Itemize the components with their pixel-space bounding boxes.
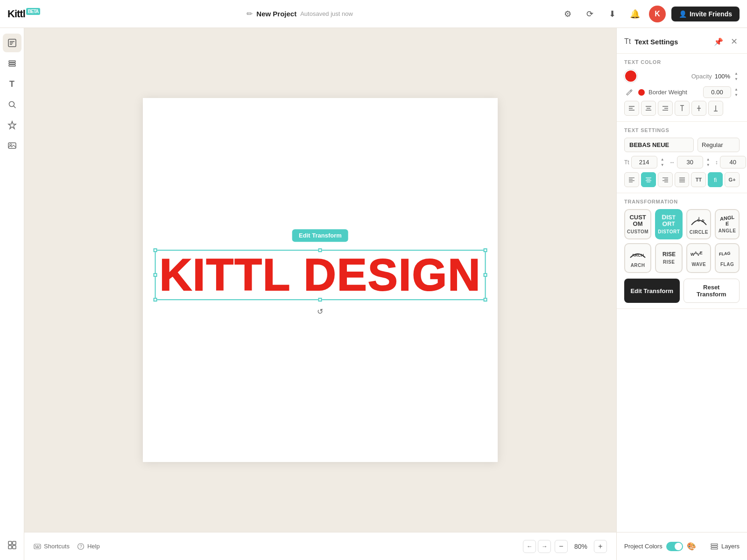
- font-size-input[interactable]: [631, 156, 657, 168]
- download-button[interactable]: ⬇: [604, 6, 621, 22]
- uppercase-btn[interactable]: TT: [691, 172, 706, 187]
- invite-icon: 👤: [679, 10, 687, 18]
- notifications-button[interactable]: 🔔: [627, 6, 643, 22]
- align-bottom-button[interactable]: [708, 101, 723, 116]
- layers-button[interactable]: Layers: [710, 542, 740, 551]
- border-left: Border Weight: [624, 87, 687, 98]
- text-align-right-btn[interactable]: [658, 172, 673, 187]
- handle-middle-left[interactable]: [154, 273, 157, 277]
- transformation-section: TRANSFORMATION CUSTOM CUSTOM DISTORT DIS…: [617, 193, 747, 309]
- color-swatch[interactable]: [624, 70, 637, 83]
- opacity-down[interactable]: ▼: [733, 76, 740, 82]
- rotate-handle[interactable]: ↺: [316, 307, 325, 316]
- share-button[interactable]: ⟳: [582, 6, 599, 22]
- palette-icon[interactable]: 🎨: [687, 542, 696, 551]
- transform-circle-preview: C I R: [690, 214, 708, 228]
- text-icon: T: [9, 79, 14, 89]
- zoom-in-button[interactable]: +: [594, 540, 607, 553]
- opacity-stepper[interactable]: ▲ ▼: [733, 70, 740, 82]
- handle-middle-right[interactable]: [483, 273, 487, 277]
- sidebar-item-grid[interactable]: [3, 536, 21, 554]
- text-align-center-btn[interactable]: [641, 172, 656, 187]
- invite-friends-button[interactable]: 👤 Invite Friends: [671, 7, 740, 21]
- align-center-button[interactable]: [641, 101, 656, 116]
- align-left-button[interactable]: [624, 101, 639, 116]
- glyph-btn[interactable]: G+: [725, 172, 740, 187]
- zoom-forward-button[interactable]: →: [538, 540, 551, 553]
- transform-wave-label: WAVE: [691, 262, 706, 267]
- text-align-left-btn[interactable]: [624, 172, 639, 187]
- transform-custom[interactable]: CUSTOM CUSTOM: [624, 209, 651, 239]
- transform-arch[interactable]: ARCH ARCH: [624, 243, 651, 273]
- handle-bottom-center[interactable]: [318, 298, 322, 301]
- font-row: BEBAS NEUE Regular: [624, 138, 740, 152]
- sidebar-item-text[interactable]: T: [3, 75, 21, 93]
- font-weight-select[interactable]: Regular: [698, 138, 740, 152]
- edit-transform-button[interactable]: Edit Transform: [292, 229, 348, 242]
- project-colors-toggle[interactable]: [666, 542, 683, 551]
- line-height-input[interactable]: [720, 156, 746, 168]
- panel-pin-button[interactable]: 📌: [712, 35, 725, 48]
- align-right-button[interactable]: [658, 101, 673, 116]
- text-align-justify-btn[interactable]: [675, 172, 690, 187]
- handle-top-right[interactable]: [483, 248, 487, 252]
- transform-flag[interactable]: FLAG FLAG: [715, 243, 740, 273]
- border-color-dot[interactable]: [638, 89, 645, 96]
- sidebar-item-edit[interactable]: [3, 34, 21, 52]
- font-family-select[interactable]: BEBAS NEUE: [624, 138, 694, 152]
- font-size-group: Tt ▲ ▼: [624, 156, 666, 168]
- fi-ligature-btn[interactable]: fi: [708, 172, 723, 187]
- sidebar-item-search[interactable]: [3, 95, 21, 114]
- size-row: Tt ▲ ▼ ↔ ▲ ▼ ↕ ▲ ▼: [624, 156, 740, 168]
- help-button[interactable]: ? Help: [77, 543, 100, 550]
- avatar[interactable]: K: [649, 6, 666, 22]
- shortcuts-button[interactable]: Shortcuts: [34, 543, 70, 550]
- transform-circle[interactable]: C I R CIRCLE: [686, 209, 711, 239]
- canvas-text[interactable]: KITTL DESIGN: [160, 252, 481, 297]
- transform-actions: Edit Transform Reset Transform: [624, 279, 740, 303]
- transform-distort[interactable]: DISTORT DISTORT: [655, 209, 683, 239]
- settings-button[interactable]: ⚙: [559, 6, 576, 22]
- zoom-controls: ← → − 80% +: [523, 540, 607, 553]
- font-size-up[interactable]: ▲: [659, 157, 666, 162]
- sidebar-item-photos[interactable]: [3, 136, 21, 155]
- zoom-out-button[interactable]: −: [555, 540, 568, 553]
- logo[interactable]: KittlBETA: [7, 8, 40, 20]
- border-weight-input[interactable]: [703, 86, 731, 98]
- handle-top-left[interactable]: [154, 248, 157, 252]
- align-middle-button[interactable]: [691, 101, 706, 116]
- sidebar-item-layers[interactable]: [3, 54, 21, 73]
- border-stepper[interactable]: ▲ ▼: [733, 87, 740, 98]
- handle-bottom-right[interactable]: [483, 298, 487, 301]
- font-size-icon: Tt: [624, 159, 629, 166]
- letter-spacing-input[interactable]: [677, 156, 703, 168]
- transform-angle[interactable]: ANGLE ANGLE: [715, 209, 740, 239]
- font-size-down[interactable]: ▼: [659, 162, 666, 168]
- transform-wave[interactable]: WAVE WAVE: [686, 243, 711, 273]
- align-top-button[interactable]: [675, 101, 690, 116]
- transform-arch-preview: ARCH: [628, 248, 647, 260]
- project-title[interactable]: New Project: [256, 10, 296, 18]
- edit-transform-panel-button[interactable]: Edit Transform: [624, 279, 680, 303]
- panel-close-button[interactable]: ✕: [729, 35, 740, 49]
- text-element-wrapper[interactable]: Edit Transform KITTL DESIGN ↺: [155, 250, 486, 300]
- transform-rise[interactable]: RISE RISE: [655, 243, 683, 273]
- opacity-up[interactable]: ▲: [733, 70, 740, 76]
- letter-spacing-down[interactable]: ▼: [705, 162, 712, 168]
- letter-spacing-stepper[interactable]: ▲ ▼: [705, 157, 712, 168]
- svg-point-7: [9, 102, 14, 107]
- canvas[interactable]: Edit Transform KITTL DESIGN ↺: [143, 98, 498, 462]
- border-down[interactable]: ▼: [733, 92, 740, 98]
- font-size-stepper[interactable]: ▲ ▼: [659, 157, 666, 168]
- handle-bottom-left[interactable]: [154, 298, 157, 301]
- handle-top-center[interactable]: [318, 248, 322, 252]
- zoom-back-button[interactable]: ←: [523, 540, 536, 553]
- transform-grid: CUSTOM CUSTOM DISTORT DISTORT C I R C: [624, 209, 740, 273]
- letter-spacing-up[interactable]: ▲: [705, 157, 712, 162]
- right-panel: Tt Text Settings 📌 ✕ TEXT COLOR Opacity …: [616, 28, 747, 560]
- border-up[interactable]: ▲: [733, 87, 740, 92]
- sidebar-item-elements[interactable]: [3, 116, 21, 134]
- transform-arch-label: ARCH: [631, 263, 645, 268]
- border-pencil-icon[interactable]: [624, 87, 634, 98]
- reset-transform-button[interactable]: Reset Transform: [684, 279, 740, 303]
